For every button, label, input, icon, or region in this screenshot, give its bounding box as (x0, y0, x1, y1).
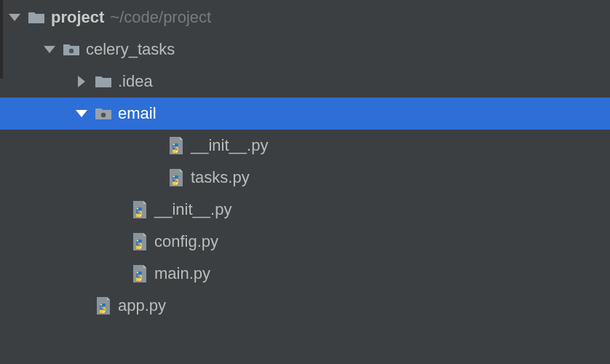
tree-row-email[interactable]: email (0, 98, 610, 130)
tree-item-path: ~/code/project (110, 8, 211, 27)
expand-arrow-icon[interactable] (6, 14, 23, 21)
python-file-icon (166, 169, 186, 186)
tree-item-label: tasks.py (191, 168, 250, 187)
tree-item-label: __init__.py (154, 200, 231, 219)
tree-item-label: config.py (154, 232, 218, 251)
tree-item-label: __init__.py (191, 136, 268, 155)
python-file-icon (130, 201, 150, 218)
tree-item-label: main.py (154, 264, 210, 283)
expand-arrow-icon[interactable] (41, 46, 58, 53)
tree-item-label: project (51, 8, 104, 27)
gutter (0, 0, 3, 79)
python-file-icon (93, 297, 114, 314)
tree-row-celery-tasks[interactable]: celery_tasks (0, 33, 610, 66)
tree-item-label: celery_tasks (86, 40, 175, 59)
package-icon (93, 105, 114, 122)
tree-row-email-tasks[interactable]: tasks.py (0, 162, 610, 194)
python-file-icon (130, 233, 150, 250)
tree-row-project[interactable]: project ~/code/project (0, 1, 610, 33)
folder-icon (26, 9, 47, 26)
expand-arrow-icon[interactable] (73, 76, 90, 87)
project-tree: project ~/code/project celery_tasks .ide… (0, 0, 610, 322)
tree-row-app-py[interactable]: app.py (0, 290, 610, 322)
expand-arrow-icon[interactable] (73, 110, 90, 117)
tree-row-ct-init[interactable]: __init__.py (0, 194, 610, 226)
tree-row-ct-config[interactable]: config.py (0, 226, 610, 258)
python-file-icon (130, 265, 150, 282)
tree-row-email-init[interactable]: __init__.py (0, 130, 610, 162)
tree-row-ct-main[interactable]: main.py (0, 258, 610, 290)
tree-item-label: app.py (118, 296, 166, 315)
tree-item-label: .idea (118, 72, 153, 91)
package-icon (61, 41, 82, 58)
python-file-icon (166, 137, 186, 154)
folder-icon (93, 73, 114, 90)
tree-row-idea[interactable]: .idea (0, 66, 610, 98)
tree-item-label: email (118, 104, 157, 123)
